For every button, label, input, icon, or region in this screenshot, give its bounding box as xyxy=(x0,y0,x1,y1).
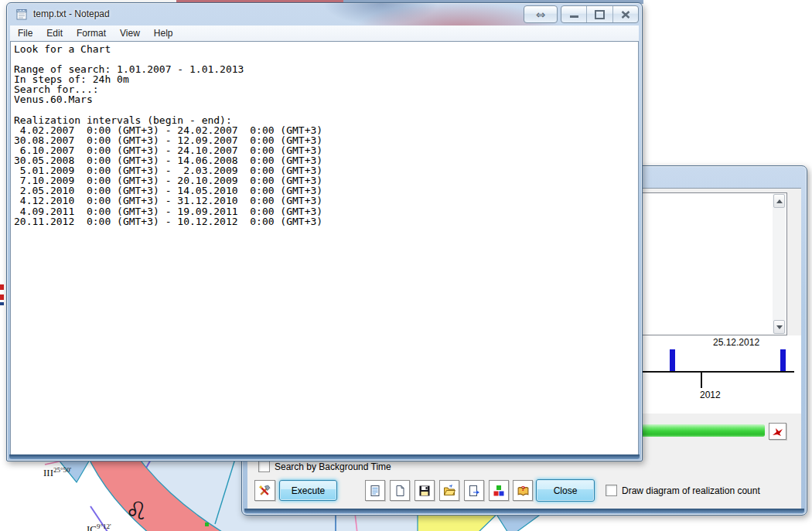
notepad-titlebar[interactable]: temp.txt - Notepad ⇔ xyxy=(7,3,642,26)
text-line: Look for a Chart xyxy=(14,44,638,54)
export-button[interactable] xyxy=(464,480,484,501)
tools-icon xyxy=(258,484,271,497)
close-dialog-button[interactable]: Close xyxy=(536,479,595,502)
checkbox-box xyxy=(258,461,270,472)
text-line: 30.08.2007 0:00 (GMT+3) - 12.09.2007 0:0… xyxy=(14,135,638,145)
text-line: 4.02.2007 0:00 (GMT+3) - 24.02.2007 0:00… xyxy=(14,125,638,135)
minimize-button[interactable] xyxy=(561,6,586,22)
background-red-mark xyxy=(0,284,4,290)
timeline-year-label: 2012 xyxy=(700,390,721,400)
new-document-button[interactable] xyxy=(390,480,410,501)
triangle-down-icon xyxy=(776,325,783,329)
svg-text:?: ? xyxy=(520,484,525,492)
checkbox-box xyxy=(606,485,617,496)
close-icon xyxy=(621,11,630,19)
open-file-button[interactable] xyxy=(439,480,459,501)
notepad-menubar: FileEditFormatViewHelp xyxy=(10,26,639,41)
red-bird-button[interactable] xyxy=(769,423,786,440)
scroll-down-button[interactable] xyxy=(773,320,785,334)
listbox-scrollbar[interactable] xyxy=(773,194,786,334)
blank-document-icon xyxy=(394,485,406,497)
minimize-icon xyxy=(570,15,578,18)
document-text-icon xyxy=(369,485,381,497)
window-bottom-edge xyxy=(9,454,640,459)
save-icon xyxy=(418,485,431,497)
menu-item[interactable]: File xyxy=(12,26,39,40)
leo-sign-icon: ♌ xyxy=(125,496,148,526)
screen: { "notepad": { "title": "temp.txt - Note… xyxy=(0,0,812,531)
red-bird-icon xyxy=(772,426,784,437)
export-icon xyxy=(468,485,480,497)
help-book-icon: ? xyxy=(517,484,530,497)
timeline-interval-bar xyxy=(780,349,786,371)
text-line: In steps of: 24h 0m xyxy=(14,74,638,84)
open-folder-icon xyxy=(443,485,455,497)
save-button[interactable] xyxy=(415,480,435,501)
maximize-icon xyxy=(595,10,605,19)
timeline-date-label: 25.12.2012 xyxy=(713,337,759,348)
search-bg-checkbox[interactable]: Search by Background Time xyxy=(258,461,391,472)
text-line: Search for...: xyxy=(14,84,638,94)
triangle-up-icon xyxy=(776,199,783,203)
house-cusp-label: III25°50' xyxy=(43,466,71,479)
maximize-button[interactable] xyxy=(586,6,612,22)
checkbox-label: Search by Background Time xyxy=(275,461,391,472)
planet-marker-green xyxy=(205,522,209,526)
window-title: temp.txt - Notepad xyxy=(33,3,110,26)
resize-button[interactable]: ⇔ xyxy=(524,5,558,23)
glass-tint xyxy=(322,3,438,26)
view-report-button[interactable] xyxy=(365,480,385,501)
notepad-window[interactable]: temp.txt - Notepad ⇔ FileEditFormatViewH… xyxy=(6,2,643,461)
resize-arrows-icon: ⇔ xyxy=(536,8,546,22)
close-window-button[interactable] xyxy=(612,6,638,22)
background-blue-mark xyxy=(0,302,4,305)
text-line xyxy=(14,105,638,115)
menu-item[interactable]: Edit xyxy=(40,26,69,40)
help-button[interactable]: ? xyxy=(513,480,533,501)
background-red-mark xyxy=(0,294,4,300)
timeline-year-tick xyxy=(701,373,702,388)
draw-diagram-checkbox[interactable]: Draw diagram of realization count xyxy=(606,485,760,496)
timeline-interval-bar xyxy=(670,349,675,371)
menu-item[interactable]: Format xyxy=(70,26,112,40)
ic-cusp-label: IC9°12' xyxy=(87,522,111,531)
window-bottom-edge xyxy=(244,509,804,513)
window-controls xyxy=(561,5,639,23)
text-line: Venus.60.Mars xyxy=(14,94,638,104)
color-squares-icon xyxy=(493,485,505,497)
text-line: 4.12.2010 0:00 (GMT+3) - 31.12.2010 0:00… xyxy=(14,196,638,206)
execute-button[interactable]: Execute xyxy=(279,480,337,501)
menu-item[interactable]: View xyxy=(114,26,146,40)
menu-item[interactable]: Help xyxy=(148,26,179,40)
scroll-up-button[interactable] xyxy=(773,194,785,208)
notepad-app-icon xyxy=(15,8,29,21)
notepad-text-area[interactable]: Look for a ChartRange of search: 1.01.20… xyxy=(10,41,639,455)
text-line: 20.11.2012 0:00 (GMT+3) - 10.12.2012 0:0… xyxy=(14,216,638,226)
checkbox-label: Draw diagram of realization count xyxy=(622,485,760,496)
text-line: 4.09.2011 0:00 (GMT+3) - 19.09.2011 0:00… xyxy=(14,206,638,216)
settings-button[interactable] xyxy=(254,480,275,501)
text-line: Realization intervals (begin - end): xyxy=(14,115,638,125)
legend-colors-button[interactable] xyxy=(489,480,509,501)
